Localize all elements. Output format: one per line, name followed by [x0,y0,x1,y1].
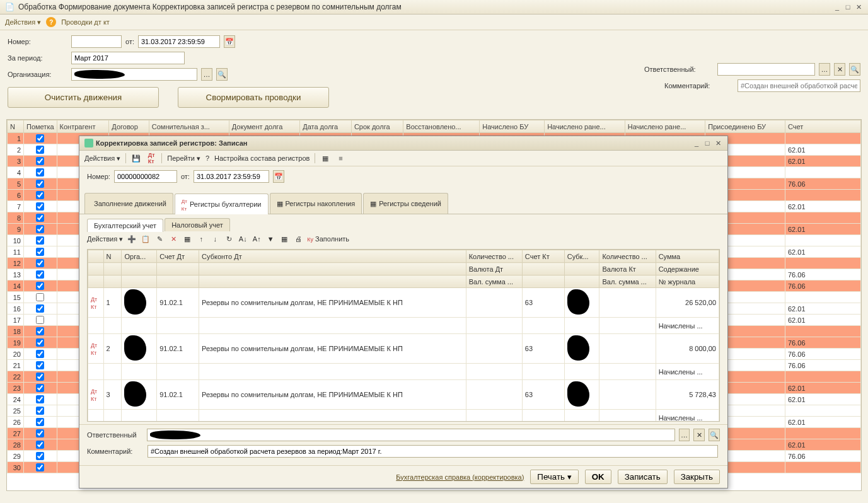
maximize-icon[interactable]: □ [843,3,852,11]
calendar-icon[interactable]: 📅 [273,170,284,183]
inner-column-header[interactable]: N [103,250,122,263]
inner-column-header[interactable]: Субк... [564,250,599,263]
row-checkbox[interactable] [36,441,44,449]
column-header[interactable]: Договор [109,120,149,133]
row-checkbox[interactable] [36,180,44,188]
inner-column-header[interactable] [157,275,199,288]
row-checkbox[interactable] [36,384,44,392]
register-icon[interactable]: ДтКт [146,153,156,163]
refresh-icon[interactable]: ↻ [224,234,234,244]
tab[interactable]: Заполнение движений [84,193,173,214]
ellipsis-icon[interactable]: … [201,68,212,81]
row-checkbox[interactable] [36,407,44,415]
row-checkbox[interactable] [36,327,44,335]
column-header[interactable]: Начислено ране... [545,120,625,133]
row-checkbox[interactable] [36,395,44,403]
sort-asc-icon[interactable]: A↓ [238,234,248,244]
minimize-icon[interactable]: _ [692,139,701,147]
inner-row-sub[interactable]: Начислены ... [88,410,719,422]
actions-menu[interactable]: Действия ▾ [84,154,120,163]
tab[interactable]: ▦Регистры сведений [363,193,448,214]
inner-column-header[interactable] [564,263,599,275]
row-checkbox[interactable] [36,134,44,142]
dialog-comment-input[interactable] [148,445,718,458]
inner-column-header[interactable]: Вал. сумма ... [599,275,656,288]
dialog-from-input[interactable] [194,170,269,183]
row-checkbox[interactable] [36,463,44,471]
save-icon[interactable]: 💾 [131,153,141,163]
subtab[interactable]: Бухгалтерский учет [87,219,163,232]
inner-column-header[interactable]: Количество ... [466,250,522,263]
search-icon[interactable]: 🔍 [709,429,720,441]
column-header[interactable]: Пометка [24,120,57,133]
copy-icon[interactable]: 📋 [141,234,151,244]
inner-column-header[interactable]: Сумма [656,250,719,263]
ellipsis-icon[interactable]: … [819,63,830,76]
row-checkbox[interactable] [36,259,44,267]
clear-icon[interactable]: ✕ [693,429,705,441]
inner-column-header[interactable] [564,275,599,288]
postings-link[interactable]: Проводки дт кт [61,18,110,26]
close-icon[interactable]: ✕ [854,3,863,11]
inner-column-header[interactable] [88,250,104,263]
column-header[interactable]: Присоединено БУ [705,120,785,133]
inner-column-header[interactable] [157,263,199,275]
inner-row-sub[interactable]: Начислены ... [88,364,719,380]
config-link[interactable]: Настройка состава регистров [214,154,310,162]
inner-actions[interactable]: Действия ▾ [87,235,123,243]
column-header[interactable]: Начислено ране... [625,120,705,133]
minimize-icon[interactable]: _ [833,3,842,11]
number-input[interactable] [71,35,122,48]
search-icon[interactable]: 🔍 [849,63,860,76]
column-header[interactable]: N [8,120,24,133]
ellipsis-icon[interactable]: … [679,429,690,441]
row-checkbox[interactable] [36,157,44,165]
inner-column-header[interactable]: Содержание [656,263,719,275]
row-checkbox[interactable] [36,168,44,176]
up-icon[interactable]: ↑ [196,234,206,244]
subtab[interactable]: Налоговый учет [165,218,230,231]
inner-column-header[interactable]: Валюта Кт [599,263,656,275]
column-header[interactable]: Срок долга [351,120,403,133]
table-icon[interactable]: ▦ [279,234,289,244]
ok-button[interactable]: OK [585,470,611,484]
column-header[interactable]: Счет [785,120,861,133]
row-checkbox[interactable] [36,214,44,222]
inner-column-header[interactable] [122,275,157,288]
row-checkbox[interactable] [36,191,44,199]
row-checkbox[interactable] [36,282,44,290]
search-icon[interactable]: 🔍 [216,68,228,81]
inner-column-header[interactable] [88,263,104,275]
inner-column-header[interactable] [522,263,564,275]
calendar-icon[interactable]: 📅 [224,35,235,48]
row-checkbox[interactable] [36,304,44,313]
row-checkbox[interactable] [36,293,44,301]
form-postings-button[interactable]: Свормировать проводки [178,87,329,108]
inner-column-header[interactable]: № журнала [656,275,719,288]
dialog-responsible-input[interactable] [147,429,675,441]
row-checkbox[interactable] [36,350,44,358]
column-header[interactable]: Документ долга [229,120,299,133]
filter-icon[interactable]: ▼ [265,234,275,244]
edit-icon[interactable]: ✎ [154,234,165,244]
inner-column-header[interactable]: Счет Кт [522,250,564,263]
inner-column-header[interactable] [103,263,122,275]
row-checkbox[interactable] [36,316,44,324]
delete-icon[interactable]: ✕ [168,234,178,244]
maximize-icon[interactable]: □ [703,139,712,147]
help-icon[interactable]: ? [46,17,56,27]
report-link[interactable]: Бухгалтерская справка (корректировка) [396,473,524,481]
close-icon[interactable]: ✕ [714,139,722,147]
print-icon[interactable]: 🖨 [293,234,303,244]
row-checkbox[interactable] [36,338,44,347]
row-checkbox[interactable] [36,429,44,437]
column-header[interactable]: Дата долга [300,120,352,133]
inner-column-header[interactable] [122,263,157,275]
fill-link[interactable]: Ку Заполнить [307,235,349,243]
inner-column-header[interactable]: Субконто Дт [199,250,466,263]
row-checkbox[interactable] [36,373,44,381]
inner-column-header[interactable]: Орга... [122,250,157,263]
row-checkbox[interactable] [36,270,44,279]
dialog-number-input[interactable] [114,170,177,183]
inner-column-header[interactable]: Вал. сумма ... [466,275,522,288]
